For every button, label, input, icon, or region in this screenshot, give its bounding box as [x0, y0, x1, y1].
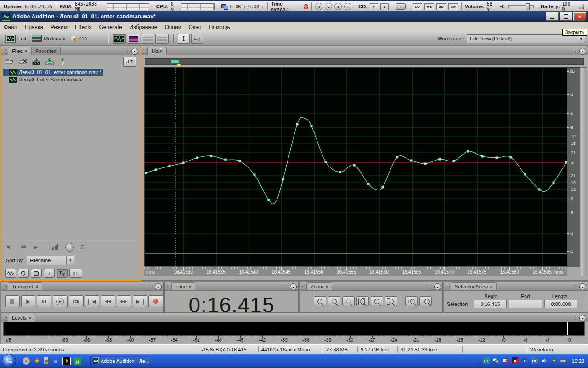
- waveform-view-button[interactable]: [113, 34, 126, 44]
- volume-bars-icon[interactable]: [51, 244, 59, 250]
- spectral-view-button[interactable]: [127, 34, 140, 44]
- tab-time-close-icon[interactable]: ×: [189, 284, 191, 289]
- letter-button-c[interactable]: C: [325, 3, 332, 10]
- close-button[interactable]: ×: [573, 12, 586, 21]
- cd-load-button[interactable]: ▲: [380, 3, 389, 10]
- wave-scrollbar[interactable]: [145, 58, 584, 65]
- show-video-files-button[interactable]: [31, 269, 42, 278]
- show-midi-files-button[interactable]: ♪: [44, 269, 55, 278]
- tray-bluetooth-icon[interactable]: B: [521, 357, 528, 364]
- loop-playback-icon[interactable]: [20, 244, 27, 250]
- tray-rl-badge[interactable]: RL: [483, 357, 490, 364]
- tray-battery-icon[interactable]: [560, 357, 567, 364]
- main-panel-menu-button[interactable]: ▸: [579, 48, 586, 55]
- tab-levels-close-icon[interactable]: ×: [29, 316, 31, 320]
- tab-files[interactable]: Files ×: [8, 47, 32, 55]
- title-bar[interactable]: Au Adobe Audition - Левый_01_01. enter s…: [0, 11, 588, 22]
- file-row-selected[interactable]: Левый_01_01. enter sandman.wav *: [3, 69, 103, 76]
- sort-dropdown-arrow-icon[interactable]: ▼: [66, 256, 74, 264]
- show-audio-files-button[interactable]: [5, 269, 16, 278]
- tab-zoom[interactable]: Zoom ×: [306, 282, 332, 290]
- volume-slider[interactable]: [508, 5, 534, 8]
- sort-by-select[interactable]: Filename ▼: [27, 256, 74, 265]
- menu-edit[interactable]: Правка: [21, 23, 47, 31]
- letter-button-i[interactable]: I: [344, 3, 351, 10]
- cd-eject-button[interactable]: ▼: [370, 3, 378, 10]
- rewind-button[interactable]: ◀◀: [101, 295, 115, 307]
- wave-scrollbar-thumb[interactable]: [170, 59, 179, 64]
- playhead-top-marker[interactable]: [176, 64, 181, 67]
- play-button[interactable]: ▶: [21, 295, 36, 307]
- preview-play-icon[interactable]: ▶: [34, 244, 38, 250]
- letter-button-s[interactable]: S: [334, 3, 342, 10]
- panel-options-toggle[interactable]: [123, 57, 136, 67]
- levels-menu-button[interactable]: ▸: [579, 315, 586, 322]
- selection-end-field[interactable]: [509, 300, 542, 308]
- zoom-out-vertical-button[interactable]: ↕−: [419, 296, 432, 306]
- multitrack-mode-button[interactable]: Multitrack: [29, 34, 68, 43]
- autoplay-speaker-icon[interactable]: [6, 244, 13, 250]
- files-panel-menu-button[interactable]: ▸: [131, 48, 138, 55]
- zoom-in-left-edge-button[interactable]: [371, 296, 383, 306]
- zoom-menu-button[interactable]: ▸: [434, 283, 441, 290]
- import-file-icon[interactable]: [32, 58, 41, 65]
- play-looped-button[interactable]: [69, 295, 84, 307]
- zoom-in-right-edge-button[interactable]: [385, 296, 397, 306]
- tab-zoom-close-icon[interactable]: ×: [326, 284, 328, 289]
- tray-network-error-icon[interactable]: [502, 357, 509, 364]
- amplitude-ruler[interactable]: dB-3-6-9-12-15-21-∞-21-15-12-9-6-3-1: [567, 67, 580, 267]
- tag-lw[interactable]: LW: [448, 3, 458, 10]
- panel-grip[interactable]: [143, 49, 147, 54]
- fast-forward-button[interactable]: ▶▶: [117, 295, 131, 307]
- tab-main[interactable]: Main: [147, 47, 167, 55]
- insert-into-multitrack-icon[interactable]: [45, 58, 54, 65]
- go-to-end-button[interactable]: ▶▕: [133, 295, 147, 307]
- insert-into-cd-icon[interactable]: [58, 58, 68, 65]
- preview-volume-knob[interactable]: [65, 243, 74, 252]
- tab-transport[interactable]: Transport ×: [8, 282, 42, 290]
- record-button[interactable]: [148, 295, 163, 307]
- tray-power-icon[interactable]: [550, 357, 557, 364]
- play-from-cursor-button[interactable]: ▶: [53, 295, 68, 307]
- quick-launch-ie-icon[interactable]: e: [52, 357, 59, 365]
- tray-network-icon[interactable]: [492, 357, 499, 364]
- quick-launch-utorrent-icon[interactable]: µ: [74, 357, 81, 365]
- menu-generate[interactable]: Generate: [96, 23, 126, 31]
- time-selection-tool-button[interactable]: I: [178, 34, 190, 44]
- preview-volume-value[interactable]: 0: [80, 244, 83, 250]
- time-menu-button[interactable]: ▸: [290, 283, 297, 290]
- quick-launch-phone-icon[interactable]: [44, 357, 49, 365]
- panel-grip[interactable]: [3, 284, 7, 289]
- stop-button[interactable]: [5, 295, 20, 307]
- open-file-icon[interactable]: [5, 58, 14, 65]
- tag-lo[interactable]: LO: [413, 3, 422, 10]
- show-loop-files-button[interactable]: [18, 269, 29, 278]
- playhead-bottom-marker[interactable]: [176, 271, 181, 274]
- selection-length-field[interactable]: 0:00.000: [544, 300, 577, 308]
- letter-button-n[interactable]: N: [315, 3, 322, 10]
- tab-selection-view[interactable]: Selection/View ×: [451, 282, 497, 290]
- menu-view[interactable]: Режим: [47, 23, 71, 31]
- cd-mode-button[interactable]: CD: [68, 34, 90, 43]
- tab-transport-close-icon[interactable]: ×: [36, 284, 38, 289]
- menu-options[interactable]: Опции: [161, 23, 185, 31]
- maximize-button[interactable]: [560, 12, 572, 21]
- menu-window[interactable]: Окно: [185, 23, 205, 31]
- scrub-tool-button[interactable]: ▸◁: [191, 34, 203, 44]
- show-full-path-button[interactable]: C:\›: [69, 269, 82, 278]
- file-row[interactable]: Левый_Enter Sandman.wav: [3, 76, 138, 83]
- waveform-display[interactable]: [144, 67, 568, 267]
- tab-selection-close-icon[interactable]: ×: [490, 284, 492, 289]
- filter-options-button[interactable]: [57, 269, 68, 278]
- zoom-out-full-button[interactable]: −: [342, 296, 355, 306]
- menu-effects[interactable]: Effects: [71, 23, 95, 31]
- edit-mode-button[interactable]: Edit: [3, 34, 29, 43]
- level-meter[interactable]: [3, 322, 585, 336]
- panel-grip[interactable]: [302, 284, 305, 289]
- tray-antivirus-icon[interactable]: K: [512, 357, 519, 364]
- taskbar-window-button[interactable]: Au Adobe Audition - Ле...: [90, 356, 150, 367]
- time-ruler[interactable]: hms16.4153016.4153516.4154016.4154516.41…: [144, 266, 567, 276]
- panel-grip[interactable]: [446, 284, 450, 289]
- spectral-pan-view-button[interactable]: [141, 34, 154, 44]
- tab-time[interactable]: Time ×: [171, 282, 195, 290]
